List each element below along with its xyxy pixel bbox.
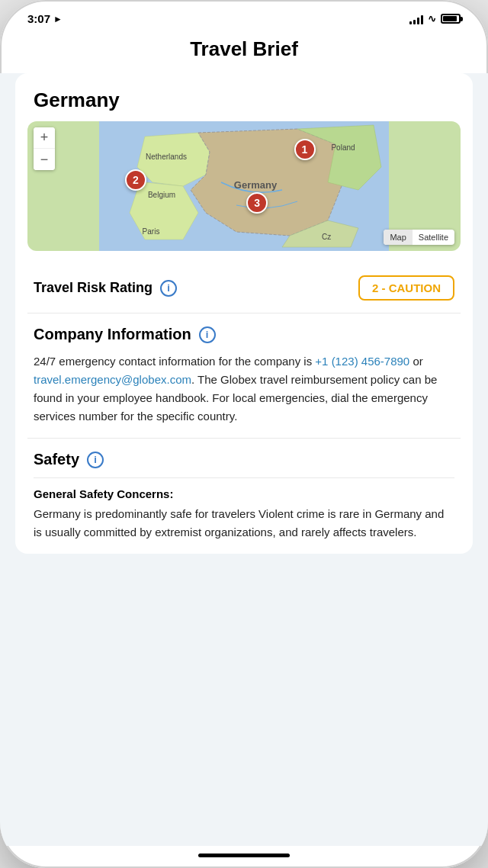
risk-rating-row: Travel Risk Rating i 2 - CAUTION — [15, 263, 473, 313]
company-info-body: 24/7 emergency contact information for t… — [34, 352, 454, 426]
svg-text:Paris: Paris — [143, 227, 160, 236]
signal-bars — [409, 14, 423, 24]
country-name: Germany — [15, 73, 473, 121]
company-info-icon[interactable]: i — [199, 326, 216, 343]
phone-frame: 3:07 ► ∿ Travel Brief Germany — [0, 0, 488, 868]
battery-icon — [441, 14, 461, 24]
location-icon: ► — [53, 14, 63, 24]
caution-badge: 2 - CAUTION — [358, 275, 454, 301]
status-bar: 3:07 ► ∿ — [0, 0, 488, 31]
zoom-in-button[interactable]: + — [34, 127, 55, 149]
status-right: ∿ — [409, 13, 461, 24]
map-pin-1[interactable]: 1 — [294, 139, 316, 160]
map-pin-3[interactable]: 3 — [246, 192, 268, 214]
safety-title-row: Safety i — [34, 451, 454, 468]
safety-title: Safety — [34, 451, 79, 468]
content-area: Germany — [0, 73, 488, 846]
svg-text:Poland: Poland — [331, 143, 355, 152]
map-zoom-controls[interactable]: + − — [34, 127, 55, 170]
zoom-out-button[interactable]: − — [34, 149, 55, 170]
map-container[interactable]: Germany Netherlands Belgium Poland Paris… — [27, 121, 461, 251]
map-type-map-button[interactable]: Map — [384, 230, 412, 245]
risk-rating-label: Travel Risk Rating — [34, 280, 152, 296]
safety-subsection-title: General Safety Concerns: — [34, 487, 454, 500]
risk-rating-info-icon[interactable]: i — [160, 280, 177, 297]
company-phone-link[interactable]: +1 (123) 456-7890 — [315, 355, 409, 368]
safety-section: Safety i General Safety Concerns: German… — [15, 439, 473, 554]
divider-safety-inner — [34, 477, 454, 478]
company-info-title-row: Company Information i — [34, 326, 454, 343]
time-display: 3:07 — [27, 12, 50, 25]
map-pin-2[interactable]: 2 — [125, 169, 146, 191]
svg-text:Germany: Germany — [234, 179, 278, 191]
svg-text:Belgium: Belgium — [148, 191, 175, 199]
company-email-link[interactable]: travel.emergency@globex.com — [34, 373, 191, 386]
status-left: 3:07 ► — [27, 12, 63, 25]
company-info-between: or — [409, 355, 423, 368]
main-card: Germany — [15, 73, 473, 554]
safety-info-icon[interactable]: i — [87, 452, 104, 468]
svg-text:Netherlands: Netherlands — [146, 153, 187, 161]
wifi-icon: ∿ — [428, 13, 436, 24]
company-info-section: Company Information i 24/7 emergency con… — [15, 313, 473, 438]
svg-text:Cz: Cz — [322, 233, 331, 241]
company-info-title: Company Information — [34, 326, 191, 343]
map-type-satellite-button[interactable]: Satellite — [413, 230, 454, 245]
home-indicator[interactable] — [198, 854, 290, 857]
map-type-controls[interactable]: Map Satellite — [384, 230, 454, 245]
company-info-before-phone: 24/7 emergency contact information for t… — [34, 355, 315, 368]
page-title: Travel Brief — [0, 31, 488, 73]
safety-body-text: Germany is predominantly safe for travel… — [34, 505, 454, 542]
